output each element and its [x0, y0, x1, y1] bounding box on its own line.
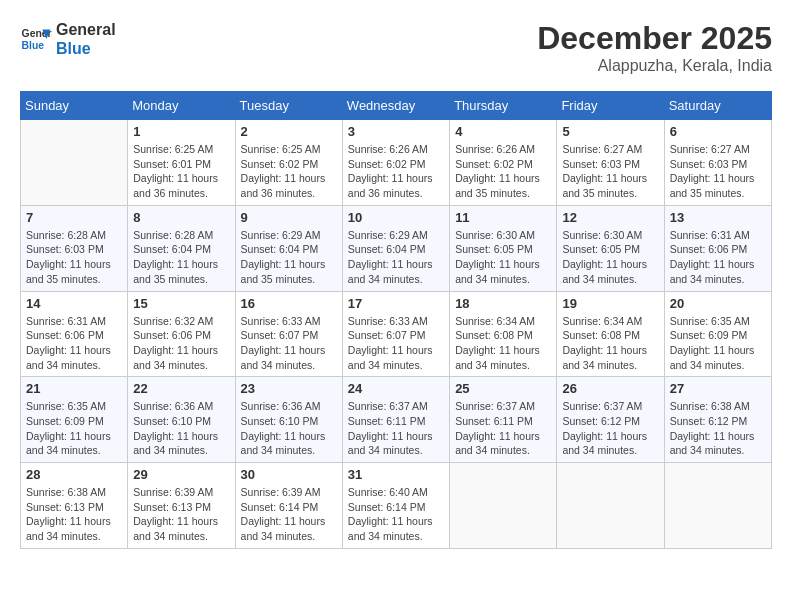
- location: Alappuzha, Kerala, India: [537, 57, 772, 75]
- calendar-cell: 20Sunrise: 6:35 AMSunset: 6:09 PMDayligh…: [664, 291, 771, 377]
- logo: General Blue General Blue: [20, 20, 116, 58]
- day-info: Sunrise: 6:34 AMSunset: 6:08 PMDaylight:…: [562, 314, 658, 373]
- day-info: Sunrise: 6:36 AMSunset: 6:10 PMDaylight:…: [241, 399, 337, 458]
- calendar-cell: [557, 463, 664, 549]
- day-number: 7: [26, 210, 122, 225]
- day-info: Sunrise: 6:33 AMSunset: 6:07 PMDaylight:…: [348, 314, 444, 373]
- day-number: 6: [670, 124, 766, 139]
- calendar-cell: 26Sunrise: 6:37 AMSunset: 6:12 PMDayligh…: [557, 377, 664, 463]
- day-info: Sunrise: 6:28 AMSunset: 6:03 PMDaylight:…: [26, 228, 122, 287]
- calendar-table: SundayMondayTuesdayWednesdayThursdayFrid…: [20, 91, 772, 549]
- day-info: Sunrise: 6:25 AMSunset: 6:01 PMDaylight:…: [133, 142, 229, 201]
- day-number: 18: [455, 296, 551, 311]
- day-info: Sunrise: 6:39 AMSunset: 6:14 PMDaylight:…: [241, 485, 337, 544]
- page-header: General Blue General Blue December 2025 …: [20, 20, 772, 75]
- day-info: Sunrise: 6:37 AMSunset: 6:11 PMDaylight:…: [348, 399, 444, 458]
- day-info: Sunrise: 6:36 AMSunset: 6:10 PMDaylight:…: [133, 399, 229, 458]
- day-info: Sunrise: 6:29 AMSunset: 6:04 PMDaylight:…: [348, 228, 444, 287]
- day-number: 24: [348, 381, 444, 396]
- day-info: Sunrise: 6:29 AMSunset: 6:04 PMDaylight:…: [241, 228, 337, 287]
- calendar-cell: 30Sunrise: 6:39 AMSunset: 6:14 PMDayligh…: [235, 463, 342, 549]
- day-header-monday: Monday: [128, 92, 235, 120]
- day-info: Sunrise: 6:27 AMSunset: 6:03 PMDaylight:…: [670, 142, 766, 201]
- day-number: 22: [133, 381, 229, 396]
- day-number: 13: [670, 210, 766, 225]
- calendar-week-4: 21Sunrise: 6:35 AMSunset: 6:09 PMDayligh…: [21, 377, 772, 463]
- day-info: Sunrise: 6:39 AMSunset: 6:13 PMDaylight:…: [133, 485, 229, 544]
- calendar-cell: 12Sunrise: 6:30 AMSunset: 6:05 PMDayligh…: [557, 205, 664, 291]
- calendar-cell: 24Sunrise: 6:37 AMSunset: 6:11 PMDayligh…: [342, 377, 449, 463]
- day-number: 15: [133, 296, 229, 311]
- svg-text:Blue: Blue: [22, 40, 45, 51]
- day-number: 29: [133, 467, 229, 482]
- day-info: Sunrise: 6:26 AMSunset: 6:02 PMDaylight:…: [455, 142, 551, 201]
- calendar-cell: 21Sunrise: 6:35 AMSunset: 6:09 PMDayligh…: [21, 377, 128, 463]
- logo-line2: Blue: [56, 39, 116, 58]
- calendar-cell: 14Sunrise: 6:31 AMSunset: 6:06 PMDayligh…: [21, 291, 128, 377]
- calendar-week-3: 14Sunrise: 6:31 AMSunset: 6:06 PMDayligh…: [21, 291, 772, 377]
- day-info: Sunrise: 6:38 AMSunset: 6:12 PMDaylight:…: [670, 399, 766, 458]
- day-number: 10: [348, 210, 444, 225]
- calendar-cell: [664, 463, 771, 549]
- day-header-tuesday: Tuesday: [235, 92, 342, 120]
- calendar-cell: 9Sunrise: 6:29 AMSunset: 6:04 PMDaylight…: [235, 205, 342, 291]
- calendar-cell: 25Sunrise: 6:37 AMSunset: 6:11 PMDayligh…: [450, 377, 557, 463]
- day-number: 27: [670, 381, 766, 396]
- logo-icon: General Blue: [20, 23, 52, 55]
- calendar-cell: 2Sunrise: 6:25 AMSunset: 6:02 PMDaylight…: [235, 120, 342, 206]
- day-header-wednesday: Wednesday: [342, 92, 449, 120]
- day-number: 17: [348, 296, 444, 311]
- calendar-cell: 27Sunrise: 6:38 AMSunset: 6:12 PMDayligh…: [664, 377, 771, 463]
- day-number: 19: [562, 296, 658, 311]
- day-header-saturday: Saturday: [664, 92, 771, 120]
- day-info: Sunrise: 6:40 AMSunset: 6:14 PMDaylight:…: [348, 485, 444, 544]
- day-number: 31: [348, 467, 444, 482]
- month-title: December 2025: [537, 20, 772, 57]
- day-info: Sunrise: 6:32 AMSunset: 6:06 PMDaylight:…: [133, 314, 229, 373]
- calendar-week-2: 7Sunrise: 6:28 AMSunset: 6:03 PMDaylight…: [21, 205, 772, 291]
- day-info: Sunrise: 6:25 AMSunset: 6:02 PMDaylight:…: [241, 142, 337, 201]
- day-number: 25: [455, 381, 551, 396]
- calendar-cell: 29Sunrise: 6:39 AMSunset: 6:13 PMDayligh…: [128, 463, 235, 549]
- calendar-cell: 18Sunrise: 6:34 AMSunset: 6:08 PMDayligh…: [450, 291, 557, 377]
- calendar-cell: 3Sunrise: 6:26 AMSunset: 6:02 PMDaylight…: [342, 120, 449, 206]
- day-number: 21: [26, 381, 122, 396]
- calendar-cell: 16Sunrise: 6:33 AMSunset: 6:07 PMDayligh…: [235, 291, 342, 377]
- day-number: 11: [455, 210, 551, 225]
- day-info: Sunrise: 6:33 AMSunset: 6:07 PMDaylight:…: [241, 314, 337, 373]
- logo-line1: General: [56, 20, 116, 39]
- day-header-thursday: Thursday: [450, 92, 557, 120]
- day-number: 30: [241, 467, 337, 482]
- day-header-friday: Friday: [557, 92, 664, 120]
- calendar-cell: 23Sunrise: 6:36 AMSunset: 6:10 PMDayligh…: [235, 377, 342, 463]
- day-number: 14: [26, 296, 122, 311]
- day-number: 1: [133, 124, 229, 139]
- calendar-cell: 19Sunrise: 6:34 AMSunset: 6:08 PMDayligh…: [557, 291, 664, 377]
- day-info: Sunrise: 6:31 AMSunset: 6:06 PMDaylight:…: [26, 314, 122, 373]
- calendar-cell: 15Sunrise: 6:32 AMSunset: 6:06 PMDayligh…: [128, 291, 235, 377]
- calendar-cell: 6Sunrise: 6:27 AMSunset: 6:03 PMDaylight…: [664, 120, 771, 206]
- day-info: Sunrise: 6:27 AMSunset: 6:03 PMDaylight:…: [562, 142, 658, 201]
- day-info: Sunrise: 6:35 AMSunset: 6:09 PMDaylight:…: [26, 399, 122, 458]
- title-block: December 2025 Alappuzha, Kerala, India: [537, 20, 772, 75]
- day-number: 28: [26, 467, 122, 482]
- day-info: Sunrise: 6:26 AMSunset: 6:02 PMDaylight:…: [348, 142, 444, 201]
- calendar-cell: 5Sunrise: 6:27 AMSunset: 6:03 PMDaylight…: [557, 120, 664, 206]
- calendar-cell: [450, 463, 557, 549]
- day-header-sunday: Sunday: [21, 92, 128, 120]
- day-info: Sunrise: 6:37 AMSunset: 6:11 PMDaylight:…: [455, 399, 551, 458]
- calendar-cell: 10Sunrise: 6:29 AMSunset: 6:04 PMDayligh…: [342, 205, 449, 291]
- day-info: Sunrise: 6:34 AMSunset: 6:08 PMDaylight:…: [455, 314, 551, 373]
- calendar-cell: 8Sunrise: 6:28 AMSunset: 6:04 PMDaylight…: [128, 205, 235, 291]
- day-info: Sunrise: 6:38 AMSunset: 6:13 PMDaylight:…: [26, 485, 122, 544]
- day-number: 8: [133, 210, 229, 225]
- calendar-cell: 7Sunrise: 6:28 AMSunset: 6:03 PMDaylight…: [21, 205, 128, 291]
- calendar-cell: 11Sunrise: 6:30 AMSunset: 6:05 PMDayligh…: [450, 205, 557, 291]
- day-number: 5: [562, 124, 658, 139]
- calendar-cell: 13Sunrise: 6:31 AMSunset: 6:06 PMDayligh…: [664, 205, 771, 291]
- calendar-cell: [21, 120, 128, 206]
- calendar-cell: 4Sunrise: 6:26 AMSunset: 6:02 PMDaylight…: [450, 120, 557, 206]
- day-number: 16: [241, 296, 337, 311]
- day-number: 20: [670, 296, 766, 311]
- calendar-cell: 31Sunrise: 6:40 AMSunset: 6:14 PMDayligh…: [342, 463, 449, 549]
